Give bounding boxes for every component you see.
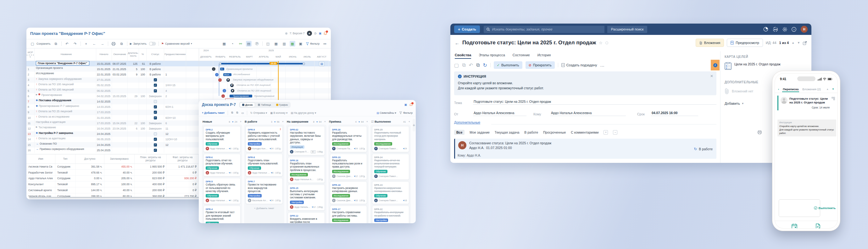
more-button[interactable]: ...	[600, 62, 604, 68]
kanban-card[interactable]: DPR-8Подготовить план обучения пользоват…	[246, 154, 283, 177]
print-icon[interactable]	[757, 130, 762, 134]
kanban-card[interactable]: DPR-62Настройка тестового окружения, вкл…	[288, 126, 325, 155]
kanban-card[interactable]: DPR-23Провести нагрузочное тестирование …	[372, 181, 409, 205]
copy-icon[interactable]: ⧉	[231, 111, 233, 115]
open-new-window-icon[interactable]	[803, 41, 807, 45]
filter-3[interactable]: Текущая задача	[495, 130, 519, 134]
delete-icon[interactable]: ▭	[241, 111, 244, 115]
instruction-toggle-button[interactable]: i	[711, 60, 719, 70]
payment-milestone-icon[interactable]: ₽	[230, 84, 234, 87]
back-icon[interactable]: ‹	[778, 87, 779, 91]
outdent-icon[interactable]: ←	[92, 41, 97, 46]
kanban-card[interactable]: DPR-5Собрать обратную связь от пользоват…	[204, 178, 241, 204]
settings-sliders-icon[interactable]: ≔	[322, 41, 328, 46]
redo-icon[interactable]: ↷	[72, 41, 78, 46]
preview-button[interactable]: Предпросмотр	[727, 39, 763, 47]
back-icon[interactable]: ←	[455, 40, 460, 45]
copy-icon[interactable]: ⧉	[53, 41, 59, 46]
whats-new-icon[interactable]: NEW	[773, 27, 778, 32]
payment-milestone-icon[interactable]: ₽	[226, 78, 230, 82]
filter-1[interactable]: Все	[454, 130, 465, 135]
create-subtask-button[interactable]: Создать подзадачу	[561, 63, 597, 67]
tab-3[interactable]: Состояние	[513, 51, 530, 59]
grid-view-icon[interactable]: ▦	[273, 41, 279, 46]
kanban-card[interactable]: DPR-15Выполнить интеграцию системы с уче…	[288, 185, 325, 211]
next-icon[interactable]: ▼	[797, 41, 800, 44]
payment-milestone-icon[interactable]: ₽	[231, 89, 234, 92]
kanban-card[interactable]: DPR-24Подготовить отчет по результатам а…	[372, 154, 409, 180]
kanban-card[interactable]: DPR-16Разработать план устранения выявле…	[288, 157, 325, 183]
save-copy-icon[interactable]: ⧉	[462, 62, 465, 68]
summary-note-icon[interactable]: ▤	[319, 61, 324, 66]
screenshot-icon[interactable]: ▣	[404, 103, 407, 106]
kanban-card[interactable]: DPR-7Провести тестирование всех маршруто…	[246, 178, 283, 204]
user-avatar[interactable]: Н	[801, 26, 808, 33]
schedule-icon[interactable]: ▤	[246, 41, 252, 46]
global-search-input[interactable]: Искать документы, задания, прочее	[484, 26, 604, 33]
kanban-card[interactable]: DPR-18Настроить резервное копирование да…	[330, 181, 367, 205]
tab-2[interactable]: Этапы процесса	[479, 51, 505, 59]
summary-bar[interactable]	[220, 63, 304, 64]
phone-task-card[interactable]: Подготовьте статус: Цели на 2025 г. Отде…	[777, 96, 836, 111]
kanban-card[interactable]: DPR-19Разработать пользовательские роли …	[330, 154, 367, 180]
close-icon[interactable]: ✕	[710, 74, 713, 78]
kanban-card[interactable]: DPR-25Подготовить тестовый стенд для про…	[372, 126, 409, 152]
to-board-dropdown[interactable]: ▤ На другую доску ▾	[290, 111, 316, 115]
favorite-star-icon[interactable]: ☆	[599, 40, 602, 45]
additional-fields-link[interactable]: Дополнительные	[454, 120, 480, 124]
tab-4[interactable]: История	[537, 51, 551, 59]
help-icon[interactable]: ?	[792, 27, 796, 32]
screenshot-icon[interactable]: ▣	[318, 32, 321, 35]
resource-view-icon[interactable]: ▦	[290, 41, 295, 46]
tab-1[interactable]: Свойства	[455, 51, 471, 59]
save-button[interactable]: ▢Сохранить	[30, 41, 51, 46]
kanban-card[interactable]: DPR-28Разработать индивидуальные отчеты …	[330, 126, 367, 152]
kanban-card[interactable]: DPR-22Разработать инструкции по работе с…	[372, 206, 409, 223]
history-icon[interactable]: ◷	[314, 32, 317, 35]
stats-icon[interactable]	[763, 27, 768, 32]
add-card-icon[interactable]: +	[408, 120, 410, 123]
view-tab-таблица[interactable]: Таблица	[256, 102, 273, 107]
calendar-icon[interactable]	[792, 223, 797, 229]
prev-icon[interactable]: ▲	[792, 41, 795, 44]
filter-5[interactable]: Просроченные	[543, 130, 566, 134]
add-card-icon[interactable]: +	[366, 120, 368, 123]
stop-button[interactable]: ⊘Прекратить	[526, 61, 555, 69]
kanban-card[interactable]: DPR-4Провести итоговый тест для проверки…	[204, 206, 241, 223]
tab-attachments[interactable]: Вложения (2)	[802, 87, 821, 91]
to-column-dropdown[interactable]: ▦ В колонку ▾	[270, 111, 287, 115]
kanban-card[interactable]: DPR-12Внедрить изменения в настройки пос…	[288, 212, 325, 223]
board-filter-button[interactable]: Фильтр	[399, 111, 413, 115]
kanban-card[interactable]: DPR-17Настроить справочники для работы с…	[330, 206, 367, 223]
add-card-icon[interactable]: +	[240, 120, 242, 123]
from-value[interactable]: Ардо Наталья Алексеевна	[473, 111, 526, 116]
expand-icon[interactable]: ▼	[832, 88, 834, 91]
calendar-icon[interactable]: ▦	[221, 41, 227, 46]
add-task-icon[interactable]: +	[83, 41, 89, 46]
expand-all-button[interactable]: +	[603, 130, 608, 134]
panel-view-icon[interactable]: ▣	[298, 41, 304, 46]
print-icon[interactable]	[111, 41, 116, 46]
kanban-card[interactable]: DPR-6Подготовить отчет по результатам об…	[204, 154, 241, 177]
to-value[interactable]: Ардо Наталья Алексеевна	[550, 111, 626, 116]
collapse-all-button[interactable]: −	[613, 130, 617, 134]
indent-icon[interactable]: →	[100, 41, 105, 46]
link-icon[interactable]: ⚯	[238, 41, 243, 46]
run-button[interactable]: ▶Запустить	[130, 42, 147, 45]
notifications-bell-icon[interactable]	[323, 31, 327, 35]
goal-map-item[interactable]: Цели на 2025 г. Отдел продаж	[724, 62, 803, 70]
view-tab-доска[interactable]: Доска	[240, 102, 255, 107]
add-card-icon[interactable]: +	[282, 120, 284, 123]
attachments-button[interactable]: Вложения	[696, 39, 724, 47]
kanban-card[interactable]: !DPR-9Проверить корректность работы сист…	[246, 126, 283, 152]
view-tab-график[interactable]: График	[274, 102, 290, 107]
kanban-card[interactable]: DPR-2Создать обучающие материалы для пол…	[204, 126, 241, 152]
task-bar[interactable]: Проектирование	[229, 95, 252, 97]
complete-button[interactable]: ✓Выполнить	[494, 61, 522, 69]
compare-versions-button[interactable]: ⚑Сравнение версий▾	[161, 42, 192, 45]
subtask-item[interactable]: Н Согласование статуса: Цели на 2025 г. …	[454, 138, 716, 159]
filter-button[interactable]: Фильтр	[306, 42, 319, 45]
theme-value[interactable]: Подготовьте статус: Цели на 2025 г. Отде…	[473, 100, 716, 105]
create-button[interactable]: +Создать	[454, 26, 480, 33]
task-bar[interactable]: О..	[220, 68, 224, 70]
